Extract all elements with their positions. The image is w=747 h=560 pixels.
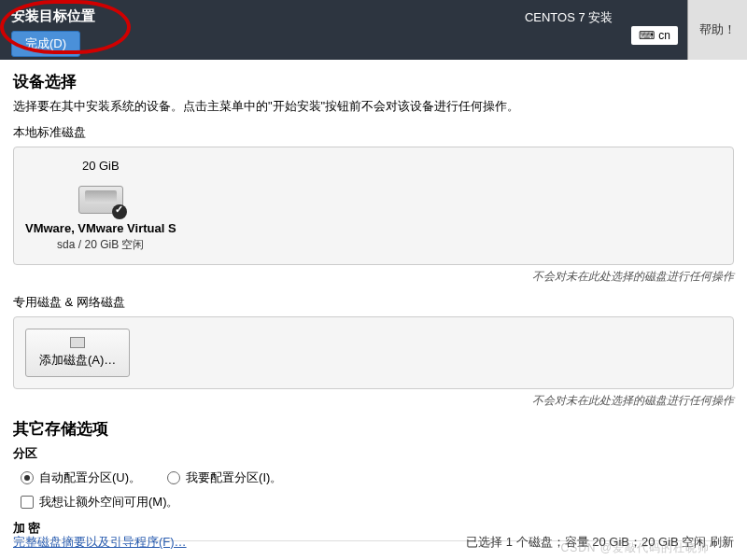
disk-summary-link[interactable]: 完整磁盘摘要以及引导程序(F)… bbox=[13, 534, 187, 551]
local-disk-hint: 不会对未在此处选择的磁盘进行任何操作 bbox=[13, 269, 734, 285]
footer-bar: 完整磁盘摘要以及引导程序(F)… 已选择 1 个磁盘；容量 20 GiB；20 … bbox=[13, 534, 734, 551]
keyboard-icon: ⌨ bbox=[639, 29, 655, 42]
partition-label: 分区 bbox=[13, 445, 734, 462]
storage-section-title: 其它存储选项 bbox=[13, 418, 734, 440]
hard-drive-icon bbox=[78, 178, 123, 214]
local-disks-label: 本地标准磁盘 bbox=[13, 124, 734, 141]
install-label: CENTOS 7 安装 bbox=[525, 7, 613, 26]
selection-status: 已选择 1 个磁盘；容量 20 GiB；20 GiB 空闲 刷新 bbox=[466, 534, 734, 551]
help-button[interactable]: 帮助！ bbox=[687, 0, 747, 60]
extra-space-checkbox[interactable]: 我想让额外空间可用(M)。 bbox=[13, 494, 734, 511]
header-right: CENTOS 7 安装 ⌨ cn 帮助！ bbox=[525, 7, 747, 60]
keyboard-indicator[interactable]: ⌨ cn bbox=[631, 26, 678, 45]
radio-icon bbox=[21, 471, 34, 484]
disk-small-icon bbox=[70, 337, 85, 348]
keyboard-layout: cn bbox=[658, 29, 670, 42]
disk-detail: sda / 20 GiB 空闲 bbox=[25, 237, 176, 253]
special-disk-hint: 不会对未在此处选择的磁盘进行任何操作 bbox=[13, 393, 734, 409]
main-content: 设备选择 选择要在其中安装系统的设备。点击主菜单中的"开始安装"按钮前不会对该设… bbox=[0, 60, 747, 560]
check-icon bbox=[112, 204, 127, 219]
special-disk-panel: 添加磁盘(A)… bbox=[13, 316, 734, 389]
manual-partition-label: 我要配置分区(I)。 bbox=[186, 469, 282, 486]
device-description: 选择要在其中安装系统的设备。点击主菜单中的"开始安装"按钮前不会对该设备进行任何… bbox=[13, 98, 734, 115]
add-disk-button[interactable]: 添加磁盘(A)… bbox=[25, 329, 130, 377]
auto-partition-label: 自动配置分区(U)。 bbox=[39, 469, 141, 486]
extra-space-label: 我想让额外空间可用(M)。 bbox=[39, 494, 179, 511]
disk-size: 20 GiB bbox=[25, 159, 176, 173]
device-section-title: 设备选择 bbox=[13, 71, 734, 92]
partition-radio-group: 自动配置分区(U)。 我要配置分区(I)。 bbox=[13, 469, 734, 486]
done-button[interactable]: 完成(D) bbox=[11, 31, 80, 57]
radio-icon bbox=[167, 471, 180, 484]
disk-item-sda[interactable]: 20 GiB VMware, VMware Virtual S sda / 20… bbox=[25, 159, 176, 253]
header-bar: 安装目标位置 完成(D) CENTOS 7 安装 ⌨ cn 帮助！ bbox=[0, 0, 747, 60]
manual-partition-radio[interactable]: 我要配置分区(I)。 bbox=[167, 469, 282, 486]
local-disk-panel: 20 GiB VMware, VMware Virtual S sda / 20… bbox=[13, 147, 734, 265]
disk-name: VMware, VMware Virtual S bbox=[25, 221, 176, 235]
checkbox-icon bbox=[21, 496, 34, 509]
auto-partition-radio[interactable]: 自动配置分区(U)。 bbox=[21, 469, 141, 486]
add-disk-label: 添加磁盘(A)… bbox=[39, 352, 116, 369]
special-disks-label: 专用磁盘 & 网络磁盘 bbox=[13, 294, 734, 311]
